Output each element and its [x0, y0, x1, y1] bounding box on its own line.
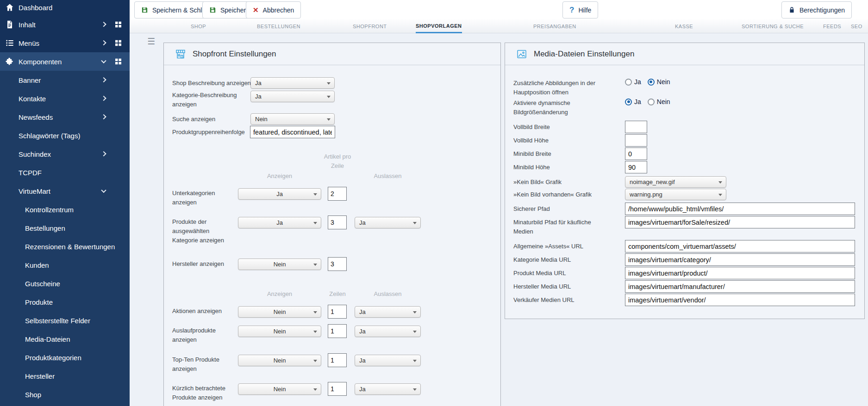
shop-desc-select[interactable]: Ja	[250, 77, 335, 89]
category-products-show-select[interactable]: Ja	[238, 217, 321, 228]
help-button[interactable]: ? Hilfe	[562, 1, 598, 18]
fullimage-height-input[interactable]	[625, 134, 647, 147]
sidebar-item-selbsterstellte-felder[interactable]: Selbsterstellte Felder	[0, 311, 130, 330]
sidebar-item-bestellungen[interactable]: Bestellungen	[0, 219, 130, 237]
field-label: Aktiviere dynamische Bildgrößenänderung	[513, 98, 606, 117]
sidebar-item-produktkategorien[interactable]: Produktkategorien	[0, 348, 130, 367]
discontinued-omit-select[interactable]: Ja	[355, 326, 421, 337]
grid-icon[interactable]	[115, 40, 121, 46]
fullimage-width-input[interactable]	[625, 121, 647, 133]
sidebar-item-label: Shop	[0, 391, 41, 399]
forsale-thumb-path-input[interactable]	[625, 216, 855, 228]
promotions-rows-input[interactable]	[328, 305, 347, 319]
tab-kasse[interactable]: KASSE	[675, 19, 693, 33]
tab-shop[interactable]: SHOP	[191, 19, 206, 33]
sidebar-item-menus[interactable]: Menüs	[0, 34, 130, 52]
category-products-per-row-input[interactable]	[328, 215, 347, 229]
radio-nein[interactable]: Nein	[648, 78, 670, 86]
tab-bestellungen[interactable]: BESTELLUNGEN	[257, 19, 300, 33]
search-show-select[interactable]: Nein	[250, 113, 335, 125]
sidebar-item-gutscheine[interactable]: Gutscheine	[0, 274, 130, 293]
promotions-omit-select[interactable]: Ja	[355, 306, 421, 318]
row-label: Auslaufprodukte anzeigen	[172, 326, 235, 344]
sidebar-item-produkte[interactable]: Produkte	[0, 293, 130, 311]
topten-omit-select[interactable]: Ja	[355, 355, 421, 366]
radio-ja[interactable]: Ja	[625, 78, 641, 86]
tab-preisangaben[interactable]: PREISANGABEN	[533, 19, 576, 33]
image-missing-select[interactable]: warning.png	[625, 189, 726, 200]
column-header-zeilen: Zeilen	[323, 289, 352, 299]
thumbnail-width-input[interactable]	[625, 148, 647, 160]
sidebar-item-inhalt[interactable]: Inhalt	[0, 15, 130, 34]
select-arrow-icon	[413, 331, 417, 333]
config-tabstrip: SHOP BESTELLUNGEN SHOPFRONT SHOPVORLAGEN…	[130, 19, 868, 33]
sidebar-item-hersteller[interactable]: Hersteller	[0, 367, 130, 385]
sidebar-item-dashboard[interactable]: Dashboard	[0, 0, 130, 17]
manufacturer-media-url-input[interactable]	[625, 280, 855, 293]
sidebar-item-label: VirtueMart	[0, 187, 50, 195]
thumbnail-height-input[interactable]	[625, 161, 647, 173]
chevron-right-icon	[101, 77, 106, 82]
sidebar-item-tcpdf[interactable]: TCPDF	[0, 163, 130, 182]
sidebar-item-label: TCPDF	[0, 169, 42, 177]
category-media-url-input[interactable]	[625, 253, 855, 266]
secure-path-input[interactable]	[625, 203, 855, 215]
sidebar-item-label: Bestellungen	[0, 224, 65, 232]
topten-show-select[interactable]: Nein	[238, 355, 321, 366]
sidebar-item-virtuemart[interactable]: VirtueMart	[0, 182, 130, 200]
subcategories-per-row-input[interactable]	[328, 187, 347, 201]
question-mark-icon: ?	[569, 6, 574, 14]
save-icon	[141, 6, 148, 13]
radio-ja[interactable]: Ja	[625, 98, 641, 105]
manufacturer-per-row-input[interactable]	[328, 257, 347, 271]
recent-show-select[interactable]: Nein	[238, 383, 321, 395]
product-media-url-input[interactable]	[625, 267, 855, 279]
grid-icon[interactable]	[115, 59, 121, 65]
tab-sortierung-suche[interactable]: SORTIERUNG & SUCHE	[742, 19, 804, 33]
sidebar-item-banner[interactable]: Banner	[0, 71, 130, 89]
subcategories-show-select[interactable]: Ja	[238, 188, 321, 200]
grid-icon[interactable]	[115, 22, 121, 28]
permissions-button[interactable]: Berechtigungen	[781, 1, 852, 18]
no-image-select[interactable]: noimage_new.gif	[625, 176, 726, 188]
sidebar-item-kontrollzentrum[interactable]: Kontrollzentrum	[0, 200, 130, 219]
select-arrow-icon	[313, 193, 317, 196]
category-desc-select[interactable]: Ja	[250, 91, 335, 102]
recent-omit-select[interactable]: Ja	[355, 383, 421, 395]
cancel-button[interactable]: ✕ Abbrechen	[246, 1, 301, 18]
sidebar-item-label: Banner	[0, 76, 41, 84]
recent-rows-input[interactable]	[328, 382, 347, 396]
sidebar-item-schlagwoerter[interactable]: Schlagwörter (Tags)	[0, 126, 130, 145]
puzzle-icon	[5, 57, 14, 66]
sidebar-item-komponenten[interactable]: Komponenten	[0, 52, 130, 71]
manufacturer-show-select[interactable]: Nein	[238, 258, 321, 270]
tab-feeds[interactable]: FEEDS	[823, 19, 841, 33]
field-label: Minibild Breite	[513, 149, 615, 159]
field-label: Allgemeine »Assets« URL	[513, 242, 620, 251]
sidebar-item-newsfeeds[interactable]: Newsfeeds	[0, 108, 130, 126]
sidebar-item-kunden[interactable]: Kunden	[0, 256, 130, 274]
sidebar-item-media-dateien[interactable]: Media-Dateien	[0, 330, 130, 348]
tab-shopfront[interactable]: SHOPFRONT	[353, 19, 387, 33]
sidebar-item-rezensionen[interactable]: Rezensionen & Bewertungen	[0, 237, 130, 256]
sidebar-item-label: Produktkategorien	[0, 354, 81, 362]
additional-images-radio-group: Ja Nein	[625, 78, 670, 86]
category-products-omit-select[interactable]: Ja	[355, 217, 421, 228]
radio-nein[interactable]: Nein	[648, 98, 670, 105]
assets-url-input[interactable]	[625, 240, 855, 252]
tab-shopvorlagen[interactable]: SHOPVORLAGEN	[416, 19, 462, 33]
sidebar-toggle-icon[interactable]: ☰	[147, 36, 155, 47]
discontinued-rows-input[interactable]	[328, 324, 347, 338]
sidebar-item-kontakte[interactable]: Kontakte	[0, 89, 130, 108]
product-group-order-input[interactable]	[250, 126, 335, 138]
tab-seo[interactable]: SEO	[851, 19, 862, 33]
discontinued-show-select[interactable]: Nein	[238, 326, 321, 337]
virtuemart-config-page: Dashboard Inhalt Menüs Komponenten Banne…	[0, 0, 868, 406]
vendor-media-url-input[interactable]	[625, 294, 855, 306]
row-label: Top-Ten Produkte anzeigen	[172, 355, 235, 374]
promotions-show-select[interactable]: Nein	[238, 306, 321, 318]
row-label: Hersteller anzeigen	[172, 259, 239, 269]
sidebar-item-suchindex[interactable]: Suchindex	[0, 145, 130, 163]
sidebar-item-shop[interactable]: Shop	[0, 385, 130, 404]
topten-rows-input[interactable]	[328, 353, 347, 367]
